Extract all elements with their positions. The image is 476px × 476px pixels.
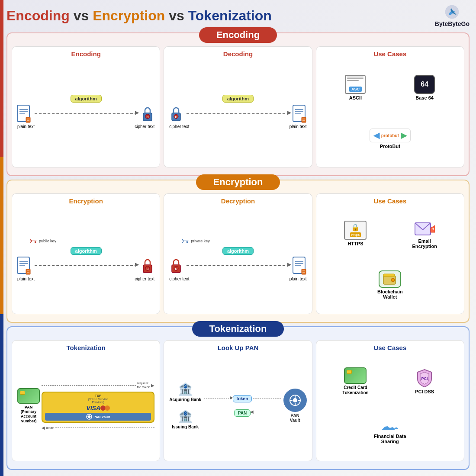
title-tokenization: Tokenization — [188, 8, 272, 23]
svg-rect-38 — [302, 269, 306, 274]
encoding-diagram: algorithm — [16, 60, 155, 164]
title-vs1: vs — [74, 8, 93, 23]
decoding-doc-icon — [292, 104, 308, 123]
email-icon — [413, 218, 436, 237]
main-container: Encoding vs Encryption vs Tokenization B… — [0, 0, 476, 476]
pan-vault-icon — [86, 414, 92, 420]
main-title: Encoding vs Encryption vs Tokenization — [6, 8, 272, 23]
financial-data-icon: ☁ ☁ ☁ — [381, 421, 399, 432]
left-accent-bar — [0, 0, 3, 476]
bytebygo-logo: ByteByteGo — [435, 4, 470, 27]
financial-data-item: ☁ ☁ ☁ Financial DataSharing — [322, 421, 458, 444]
issuing-bank: 🏦 Issuing Bank — [172, 409, 199, 430]
financial-data-label: Financial DataSharing — [374, 434, 406, 444]
credit-card-icon — [344, 367, 367, 384]
issuing-bank-label: Issuing Bank — [172, 425, 199, 430]
pci-dss-item: PCI PCI DSS — [391, 369, 458, 394]
https-item: 🔒 https HTTPS — [322, 221, 389, 246]
encoding-lock-icon: C — [140, 104, 155, 123]
encoding-badge: Encoding — [199, 27, 277, 43]
encoding-section-header: Encoding — [12, 27, 464, 43]
decryption-algo-badge: algorithm — [222, 247, 254, 255]
pan-vault-lookup: PANVault — [283, 389, 307, 423]
encryption-use-cases-panel: Use Cases 🔒 https HTTPS — [316, 193, 464, 315]
tsp-box: TSP (Token ServiceProvider) VISA — [42, 392, 154, 423]
private-key-label: private key — [191, 239, 210, 243]
decryption-doc-icon — [292, 256, 308, 275]
encryption-section: Encryption Encryption 🗝 public key algor… — [6, 180, 470, 323]
lookup-arrows: ▶ token PAN ◀ — [204, 395, 280, 417]
encoding-doc-icon — [16, 104, 32, 123]
decoding-diagram: algorithm C ▶ — [168, 60, 307, 164]
encryption-cipher-text-label: cipher text — [135, 277, 154, 281]
ascii-icon: ASC — [345, 75, 366, 94]
svg-text:C: C — [175, 267, 177, 270]
svg-text:PCI: PCI — [421, 376, 428, 381]
encoding-plain-text-label: plain text — [17, 124, 35, 129]
svg-text:C: C — [147, 116, 149, 119]
title-encryption: Encryption — [93, 8, 165, 23]
pan-bubble: PAN — [234, 409, 251, 417]
protobuf-label: ProtoBuf — [380, 144, 400, 149]
email-svg — [414, 219, 435, 236]
decryption-plain-text-label: plain text — [289, 277, 307, 281]
public-key-label: public key — [39, 239, 56, 243]
pan-vault-circle — [283, 389, 307, 412]
logo-icon — [444, 4, 460, 19]
pci-dss-label: PCI DSS — [415, 389, 434, 394]
decryption-panel: Decryption 🗝 private key algorithm — [164, 193, 312, 315]
decoding-algo-badge: algorithm — [222, 95, 254, 103]
svg-rect-25 — [26, 269, 30, 274]
encryption-panel-title: Encryption — [16, 197, 155, 205]
base64-icon: 64 — [414, 75, 435, 94]
svg-text:C: C — [175, 116, 177, 119]
logo-text: ByteByteGo — [435, 20, 470, 27]
encoding-use-cases-grid: ASC ASCII 64 Base 64 ◀ — [321, 60, 460, 164]
encryption-use-cases-title: Use Cases — [321, 197, 460, 205]
tokenization-section: Tokenization Tokenization PAN(PrimaryAcc… — [6, 326, 470, 470]
lookup-diagram: 🏦 Acquiring Bank 🏦 Issuing Bank — [168, 354, 307, 457]
title-row: Encoding vs Encryption vs Tokenization B… — [6, 4, 470, 27]
lookup-pan-panel: Look Up PAN 🏦 Acquiring Bank 🏦 Issuing B… — [164, 340, 312, 461]
https-label: HTTPS — [347, 241, 363, 246]
encryption-panel: Encryption 🗝 public key algorithm — [12, 193, 160, 315]
pci-dss-icon: PCI — [413, 369, 436, 388]
encoding-cipher-text-label: cipher text — [135, 124, 154, 129]
svg-rect-18 — [302, 117, 306, 122]
acquiring-bank: 🏦 Acquiring Bank — [169, 382, 201, 402]
tokenization-use-cases-grid: Credit CardTokenization PCI PCI DSS — [321, 354, 460, 457]
pci-shield-svg: PCI — [415, 369, 434, 388]
wallet-svg — [383, 273, 397, 285]
svg-point-49 — [88, 415, 90, 418]
tsp-pan-vault: PAN Vault — [45, 413, 151, 421]
decoding-lock-icon: C — [168, 104, 184, 123]
decoding-panel: Decoding algorithm C — [164, 46, 312, 167]
encryption-plain-text-label: plain text — [17, 277, 35, 281]
email-item: EmailEncryption — [391, 218, 458, 249]
blockchain-label: BlockchainWallet — [377, 289, 403, 299]
title-encoding: Encoding — [6, 8, 70, 23]
svg-rect-47 — [383, 274, 395, 277]
pan-vault-label: PANVault — [290, 413, 300, 423]
encryption-panels-row: Encryption 🗝 public key algorithm — [12, 193, 464, 315]
email-label: EmailEncryption — [412, 238, 437, 249]
encoding-algo-badge: algorithm — [71, 95, 102, 103]
blockchain-item: BlockchainWallet — [322, 270, 458, 299]
encoding-panel-title: Encoding — [16, 50, 155, 58]
pan-card-icon — [17, 388, 40, 404]
pan-label: PAN(PrimaryAccountNumber) — [20, 405, 36, 424]
encoding-use-cases-panel: Use Cases ASC ASCII — [316, 46, 464, 167]
https-icon: 🔒 https — [344, 221, 367, 240]
pan-vault-svg — [289, 394, 301, 406]
encryption-section-header: Encryption — [12, 174, 464, 190]
svg-point-55 — [293, 398, 297, 402]
tokenization-badge: Tokenization — [192, 321, 284, 337]
tokenization-use-cases-panel: Use Cases Credit CardTokenization — [316, 340, 464, 461]
encoding-panels-row: Encoding algorithm — [12, 46, 464, 167]
svg-text:C: C — [147, 267, 149, 270]
encryption-lock-icon: C — [140, 256, 155, 275]
encryption-algo-badge: algorithm — [71, 247, 102, 255]
encryption-badge: Encryption — [196, 174, 280, 190]
credit-card-label: Credit CardTokenization — [342, 385, 368, 396]
title-vs2: vs — [169, 8, 188, 23]
